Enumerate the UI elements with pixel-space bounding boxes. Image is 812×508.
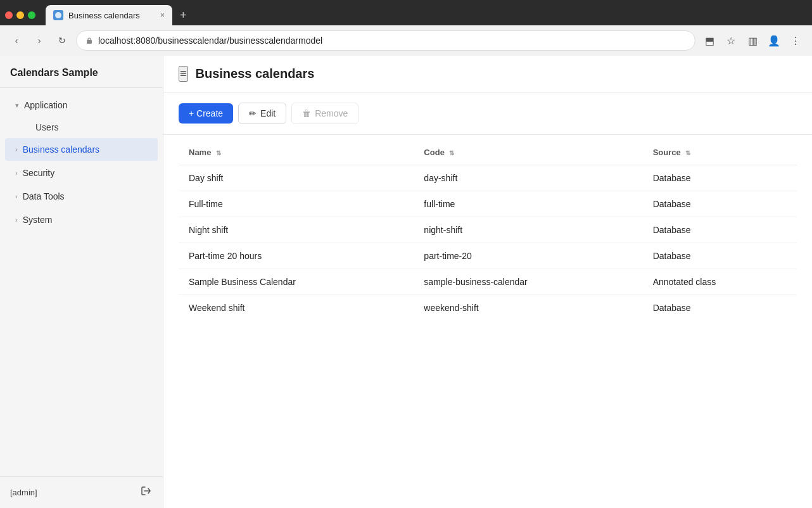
sidebar-item-system[interactable]: › System [5,208,158,231]
cell-code: part-time-20 [414,243,642,269]
forward-button[interactable]: › [30,32,48,49]
tab-title: Business calendars [68,11,140,20]
edit-icon: ✏ [249,108,257,118]
sidebar-item-application[interactable]: ▾ Application [5,94,158,117]
edit-button-label: Edit [260,108,276,118]
address-bar[interactable]: localhost:8080/businesscalendar/business… [76,30,695,51]
remove-icon: 🗑 [302,108,311,118]
remove-button[interactable]: 🗑 Remove [291,103,358,124]
sidebar-app-name: Calendars Sample [0,56,163,88]
sidebar-sub-application: Users [0,117,163,137]
column-header-code[interactable]: Code ⇅ [414,140,642,165]
sidebar: Calendars Sample ▾ Application Users › B… [0,56,163,508]
current-user-label: [admin] [10,488,37,497]
cell-name: Night shift [179,217,414,243]
column-header-source[interactable]: Source ⇅ [643,140,797,165]
logout-icon [140,485,153,497]
sidebar-item-security-label: Security [23,168,55,178]
chevron-down-icon: ▾ [15,101,19,110]
sort-icon-source: ⇅ [685,149,690,156]
sidebar-item-data-tools-label: Data Tools [23,191,65,201]
cell-name: Weekend shift [179,295,414,321]
table-container: Name ⇅ Code ⇅ Source ⇅ [163,135,812,508]
cell-code: full-time [414,191,642,217]
tab-close-button[interactable]: × [160,11,165,20]
remove-button-label: Remove [315,108,348,118]
logout-button[interactable] [140,485,153,500]
chevron-right-icon: › [15,169,18,177]
cell-code: sample-business-calendar [414,269,642,295]
cell-name: Day shift [179,165,414,191]
table-row[interactable]: Night shift night-shift Database [179,217,797,243]
svg-rect-1 [87,40,92,44]
create-button-label: + Create [189,108,223,118]
chevron-right-icon: › [15,146,18,153]
sidebar-item-business-calendars-label: Business calendars [23,144,99,155]
cell-source: Database [643,243,797,269]
sidebar-item-security[interactable]: › Security [5,162,158,184]
refresh-button[interactable]: ↻ [53,32,71,49]
maximize-window-button[interactable] [28,11,35,19]
column-header-name[interactable]: Name ⇅ [179,140,414,165]
table-header-row: Name ⇅ Code ⇅ Source ⇅ [179,140,797,165]
sidebar-item-users-label: Users [35,122,59,132]
table-row[interactable]: Sample Business Calendar sample-business… [179,269,797,295]
cell-source: Database [643,165,797,191]
lock-icon [86,37,93,44]
window-controls [5,11,35,19]
back-button[interactable]: ‹ [8,32,25,49]
sidebar-item-users[interactable]: Users [25,117,158,137]
svg-point-0 [55,12,61,18]
browser-chrome: Business calendars × + ‹ › ↻ localhost:8… [0,0,812,56]
app-container: Calendars Sample ▾ Application Users › B… [0,56,812,508]
cell-source: Database [643,217,797,243]
calendars-table: Name ⇅ Code ⇅ Source ⇅ [179,140,797,321]
sidebar-toggle-icon[interactable]: ▥ [744,32,761,49]
page-title: Business calendars [196,67,315,81]
close-window-button[interactable] [5,11,13,19]
cell-code: day-shift [414,165,642,191]
cast-icon[interactable]: ⬒ [701,32,718,49]
tab-bar: Business calendars × + [0,0,812,25]
main-content: ≡ Business calendars + Create ✏ Edit 🗑 R… [163,56,812,508]
menu-icon[interactable]: ⋮ [787,32,804,49]
toolbar: + Create ✏ Edit 🗑 Remove [163,92,812,135]
cell-name: Full-time [179,191,414,217]
cell-code: night-shift [414,217,642,243]
table-row[interactable]: Weekend shift weekend-shift Database [179,295,797,321]
bookmark-icon[interactable]: ☆ [722,32,740,49]
cell-source: Database [643,191,797,217]
nav-icons-right: ⬒ ☆ ▥ 👤 ⋮ [701,32,804,49]
create-button[interactable]: + Create [179,103,233,124]
minimize-window-button[interactable] [16,11,24,19]
sidebar-footer: [admin] [0,476,163,508]
sidebar-item-data-tools[interactable]: › Data Tools [5,185,158,208]
sidebar-nav: ▾ Application Users › Business calendars… [0,88,163,476]
sort-icon-name: ⇅ [216,149,221,156]
active-tab[interactable]: Business calendars × [46,5,172,25]
table-row[interactable]: Day shift day-shift Database [179,165,797,191]
cell-code: weekend-shift [414,295,642,321]
cell-name: Part-time 20 hours [179,243,414,269]
table-row[interactable]: Full-time full-time Database [179,191,797,217]
tab-favicon-icon [53,10,63,20]
cell-source: Database [643,295,797,321]
sidebar-item-application-label: Application [24,100,68,110]
edit-button[interactable]: ✏ Edit [238,103,286,124]
cell-source: Annotated class [643,269,797,295]
new-tab-button[interactable]: + [175,6,192,25]
cell-name: Sample Business Calendar [179,269,414,295]
sort-icon-code: ⇅ [449,149,454,156]
chevron-right-icon: › [15,216,18,224]
main-header: ≡ Business calendars [163,56,812,92]
profile-icon[interactable]: 👤 [765,32,783,49]
sidebar-item-system-label: System [23,215,53,225]
table-row[interactable]: Part-time 20 hours part-time-20 Database [179,243,797,269]
sidebar-item-business-calendars[interactable]: › Business calendars [5,138,158,161]
url-text: localhost:8080/businesscalendar/business… [98,35,322,46]
nav-bar: ‹ › ↻ localhost:8080/businesscalendar/bu… [0,25,812,56]
table-body: Day shift day-shift Database Full-time f… [179,165,797,321]
hamburger-button[interactable]: ≡ [179,66,188,82]
chevron-right-icon: › [15,193,18,200]
